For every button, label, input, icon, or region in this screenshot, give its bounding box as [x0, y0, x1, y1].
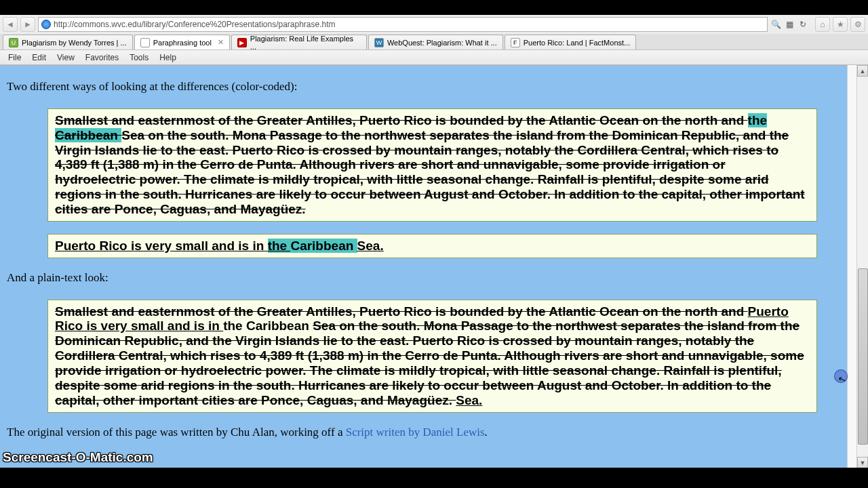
url-text: http://commons.wvc.edu/library/Conferenc…	[54, 20, 336, 29]
sidebar-partial	[847, 65, 856, 468]
footer-credit: The original version of this page was wr…	[7, 425, 861, 441]
home-icon[interactable]: ⌂	[815, 17, 830, 32]
tabs-row: U Plagiarism by Wendy Torres | ... Parap…	[0, 34, 868, 50]
watermark: Screencast-O-Matic.com	[3, 450, 153, 465]
tab-label: Plagiarism: Real Life Examples ...	[250, 35, 361, 51]
letterbox-bottom	[0, 468, 868, 488]
nav-row: ◄ ► http://commons.wvc.edu/library/Confe…	[0, 15, 868, 34]
heading-plaintext: And a plain-text look:	[7, 270, 861, 286]
letterbox-top	[0, 0, 868, 15]
menu-view[interactable]: View	[52, 52, 80, 64]
strike-text: Smallest and easternmost of the Greater …	[55, 113, 748, 127]
result-box-combined: Smallest and easternmost of the Greater …	[47, 300, 817, 413]
heading-color-coded: Two different ways of looking at the dif…	[7, 79, 861, 95]
scroll-thumb[interactable]	[858, 268, 868, 445]
footer-post: .	[485, 426, 488, 439]
tab-webquest[interactable]: W WebQuest: Plagiarism: What it ...	[368, 35, 503, 49]
strike-text: Smallest and easternmost of the Greater …	[55, 304, 748, 319]
tab-label: WebQuest: Plagiarism: What it ...	[387, 39, 497, 47]
tab-factmonster[interactable]: F Puerto Rico: Land | FactMonst...	[505, 35, 637, 49]
tab-paraphrasing-tool[interactable]: Paraphrasing tool ✕	[134, 35, 230, 49]
scroll-up-button[interactable]: ▲	[857, 65, 868, 77]
plain-text: the Caribbean	[223, 319, 313, 333]
back-button[interactable]: ◄	[3, 17, 18, 32]
tab-label: Plagiarism by Wendy Torres | ...	[22, 39, 127, 47]
menu-bar: File Edit View Favorites Tools Help	[0, 50, 868, 65]
favicon-webquest: W	[374, 38, 384, 47]
menu-edit[interactable]: Edit	[26, 52, 52, 64]
forward-button[interactable]: ►	[20, 17, 35, 32]
favicon-factmonster: F	[511, 38, 520, 47]
menu-favorites[interactable]: Favorites	[80, 52, 124, 64]
favicon-youtube: ▶	[237, 38, 247, 47]
search-icon[interactable]: 🔍	[770, 20, 781, 29]
strike-text: Sea on the south. Mona Passage to the no…	[55, 128, 805, 216]
highlight-text: the	[748, 113, 768, 127]
close-icon[interactable]: ✕	[218, 38, 224, 47]
highlight-underline-text: the	[268, 239, 291, 253]
highlight-text: Caribbean	[290, 239, 357, 253]
tools-icon[interactable]: ⚙	[850, 17, 865, 32]
underline-text: Sea.	[456, 393, 482, 407]
tab-label: Puerto Rico: Land | FactMonst...	[524, 39, 631, 47]
favicon-u: U	[9, 38, 18, 47]
underline-text: Puerto Rico is very small and is in	[55, 239, 268, 253]
menu-help[interactable]: Help	[154, 52, 182, 64]
vertical-scrollbar[interactable]: ▲ ▼	[856, 65, 868, 468]
mouse-cursor: ↖	[834, 369, 849, 384]
browser-chrome: ◄ ► http://commons.wvc.edu/library/Confe…	[0, 15, 868, 66]
footer-link[interactable]: Script writen by Daniel Lewis	[346, 426, 485, 439]
result-box-paraphrase: Puerto Rico is very small and is in the …	[47, 234, 817, 258]
highlight-strike-text: Caribbean	[55, 128, 121, 142]
tab-label: Paraphrasing tool	[153, 39, 212, 47]
address-bar[interactable]: http://commons.wvc.edu/library/Conferenc…	[38, 17, 768, 32]
underline-text: Sea.	[357, 239, 384, 253]
refresh-icon[interactable]: ↻	[797, 20, 808, 29]
ie-icon	[41, 20, 51, 29]
window-controls: ⌂ ★ ⚙	[811, 17, 865, 32]
compat-icon[interactable]: ▦	[784, 20, 795, 29]
menu-file[interactable]: File	[3, 52, 26, 64]
footer-pre: The original version of this page was wr…	[7, 426, 346, 439]
tab-plagiarism-examples[interactable]: ▶ Plagiarism: Real Life Examples ...	[231, 35, 367, 49]
result-box-original: Smallest and easternmost of the Greater …	[47, 108, 817, 222]
menu-tools[interactable]: Tools	[124, 52, 154, 64]
scroll-down-button[interactable]: ▼	[857, 457, 868, 468]
favicon-blank	[140, 38, 150, 47]
favorites-icon[interactable]: ★	[833, 17, 848, 32]
tab-plagiarism-wendy[interactable]: U Plagiarism by Wendy Torres | ...	[3, 35, 133, 49]
page-content: Two different ways of looking at the dif…	[0, 66, 868, 469]
